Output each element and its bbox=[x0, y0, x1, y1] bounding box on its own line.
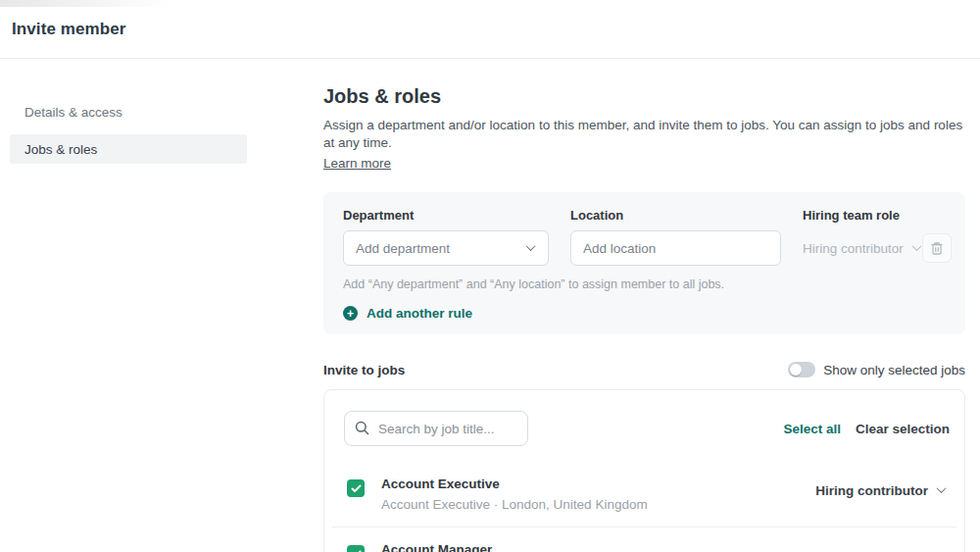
toggle-knob bbox=[790, 364, 802, 376]
trash-icon bbox=[930, 241, 944, 256]
add-another-rule-label: Add another rule bbox=[367, 306, 472, 321]
department-placeholder: Add department bbox=[356, 241, 450, 256]
location-label: Location bbox=[570, 208, 781, 223]
page-header: Invite member bbox=[0, 0, 980, 59]
sidebar: Details & access Jobs & roles bbox=[0, 59, 323, 552]
job-subtitle: Account Executive · London, United Kingd… bbox=[381, 497, 815, 512]
section-description: Assign a department and/or location to t… bbox=[323, 117, 965, 152]
job-search-input[interactable] bbox=[344, 411, 528, 446]
job-role-value: Hiring contributor bbox=[815, 483, 928, 498]
show-only-selected-jobs-toggle[interactable] bbox=[788, 362, 815, 377]
search-icon bbox=[355, 421, 369, 435]
chevron-down-icon bbox=[911, 241, 921, 251]
clear-selection-button[interactable]: Clear selection bbox=[856, 422, 950, 436]
page-title: Invite member bbox=[12, 20, 126, 39]
invite-to-jobs-label: Invite to jobs bbox=[323, 363, 405, 377]
job-checkbox[interactable] bbox=[347, 479, 365, 497]
delete-rule-button[interactable] bbox=[922, 233, 952, 263]
job-row-account-manager: Account Manager Boston, Massachusetts, U… bbox=[324, 527, 964, 552]
toggle-label: Show only selected jobs bbox=[823, 363, 965, 377]
location-input[interactable] bbox=[570, 230, 781, 266]
sidebar-item-label: Details & access bbox=[24, 105, 122, 120]
add-another-rule-button[interactable]: + Add another rule bbox=[343, 306, 952, 321]
assignment-rule-card: Department Add department Location Hirin… bbox=[323, 192, 965, 334]
sidebar-item-jobs-roles[interactable]: Jobs & roles bbox=[10, 134, 247, 164]
sidebar-item-label: Jobs & roles bbox=[24, 142, 97, 157]
sidebar-item-details-access[interactable]: Details & access bbox=[10, 97, 247, 126]
invite-member-page: Invite member Details & access Jobs & ro… bbox=[0, 0, 980, 552]
section-heading: Jobs & roles bbox=[323, 85, 965, 108]
job-checkbox[interactable] bbox=[347, 545, 365, 552]
hiring-team-role-select[interactable]: Hiring contributor bbox=[803, 241, 920, 256]
job-row-account-executive: Account Executive Account Executive · Lo… bbox=[324, 462, 964, 527]
department-label: Department bbox=[343, 208, 549, 223]
department-select[interactable]: Add department bbox=[343, 230, 549, 266]
job-role-dropdown[interactable]: Hiring contributor bbox=[815, 483, 945, 498]
hiring-team-role-value: Hiring contributor bbox=[803, 241, 904, 256]
jobs-list-card: Select all Clear selection Account Execu… bbox=[323, 389, 965, 552]
chevron-down-icon bbox=[937, 483, 947, 493]
rule-helper-text: Add “Any department” and “Any location” … bbox=[343, 277, 952, 291]
main-panel: Jobs & roles Assign a department and/or … bbox=[323, 59, 965, 552]
hiring-team-role-label: Hiring team role bbox=[803, 208, 952, 223]
checkmark-icon bbox=[351, 484, 362, 493]
learn-more-link[interactable]: Learn more bbox=[323, 156, 391, 171]
job-title: Account Executive bbox=[381, 477, 815, 491]
plus-icon: + bbox=[343, 306, 358, 321]
job-title: Account Manager bbox=[381, 542, 831, 552]
chevron-down-icon bbox=[526, 242, 536, 252]
select-all-button[interactable]: Select all bbox=[783, 422, 841, 436]
